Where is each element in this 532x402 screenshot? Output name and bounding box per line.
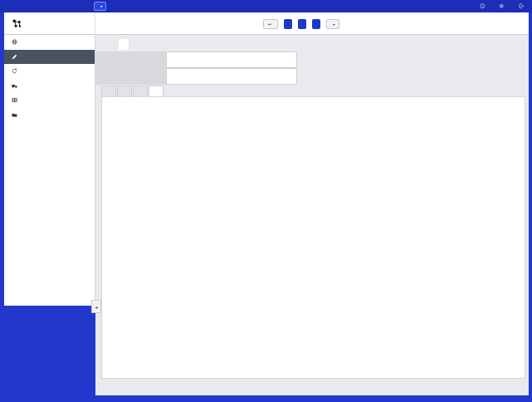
subtab-inputs[interactable]	[101, 86, 116, 96]
user-menu[interactable]	[499, 3, 507, 9]
logout-icon	[519, 3, 525, 9]
sidebar-item-organisation[interactable]	[4, 35, 95, 50]
edit-outputs-button[interactable]	[298, 19, 306, 29]
tab-totals[interactable]	[145, 39, 155, 50]
process-field-value	[166, 51, 297, 68]
info-icon	[480, 3, 486, 9]
tab-process-1[interactable]	[119, 39, 129, 50]
edit-reporting-parameters-button[interactable]	[312, 19, 320, 29]
organisation-selector[interactable]: ▾	[94, 2, 106, 11]
header-bar: ↩ ▾	[4, 12, 529, 35]
process-field-label	[95, 51, 166, 68]
help-menu[interactable]	[480, 3, 488, 9]
topbar-right-group	[480, 0, 525, 12]
header-actions: ↩ ▾	[263, 19, 339, 29]
sidebar-item-reporting[interactable]	[4, 50, 95, 65]
sidebar-collapse-toggle[interactable]: ◂	[91, 300, 101, 313]
subtab-graphs[interactable]	[149, 86, 164, 96]
sidebar-nav	[4, 35, 95, 306]
logout-button[interactable]	[519, 3, 525, 9]
donut-chart-process-inputs	[95, 108, 237, 249]
subtab-outputs[interactable]	[117, 86, 132, 96]
gear-icon	[499, 3, 505, 9]
sidebar-item-suppliers[interactable]	[4, 79, 95, 94]
sidebar-item-documents[interactable]	[4, 108, 95, 123]
subtab-results[interactable]	[133, 86, 148, 96]
donut-chart-process-outputs	[261, 105, 403, 246]
pencil-icon	[12, 54, 17, 60]
sidebar-item-reference-tables[interactable]	[4, 93, 95, 108]
tab-process-2[interactable]	[132, 39, 142, 50]
sidebar-item-processes[interactable]	[4, 64, 95, 79]
back-arrow-icon: ↩	[268, 22, 271, 27]
chevron-down-icon: ▾	[333, 22, 334, 27]
graphs-panel	[101, 96, 525, 379]
process-sub-tab-bar	[101, 86, 164, 96]
chevron-left-icon: ◂	[95, 304, 97, 310]
brand-block[interactable]	[4, 12, 95, 35]
report-tab-bar	[105, 39, 182, 50]
globe-icon	[12, 39, 17, 45]
folder-icon	[12, 112, 17, 118]
donut-chart-products-direct	[97, 243, 238, 384]
truck-icon	[12, 83, 17, 89]
donut-chart-products-indirect	[272, 242, 413, 383]
table-icon	[12, 97, 17, 103]
production-method-field-value	[166, 68, 297, 85]
top-navbar: ▾	[0, 0, 532, 12]
cbam-molecule-icon	[12, 18, 22, 29]
tab-inputs[interactable]	[159, 39, 168, 50]
edit-inputs-button[interactable]	[284, 19, 292, 29]
refresh-icon	[12, 68, 17, 74]
main-content	[95, 35, 529, 395]
tab-details[interactable]	[105, 39, 115, 50]
production-method-field-label	[95, 68, 166, 85]
tab-documents[interactable]	[172, 39, 182, 50]
more-button[interactable]: ▾	[326, 19, 339, 29]
back-to-reports-button[interactable]: ↩	[263, 19, 278, 29]
app-window: ▾ ↩	[0, 0, 532, 402]
chevron-down-icon: ▾	[100, 4, 102, 8]
